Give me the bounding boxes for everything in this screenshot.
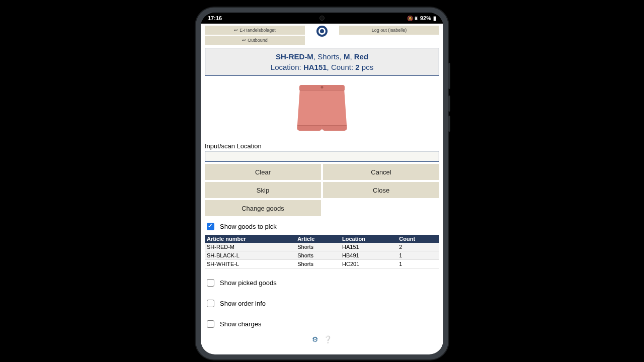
show-picked-goods-row[interactable]: Show picked goods bbox=[205, 278, 439, 288]
gear-icon[interactable]: ⚙ bbox=[312, 335, 318, 343]
item-photo bbox=[205, 82, 439, 137]
item-location-line: Location: HA151, Count: 2 pcs bbox=[208, 63, 436, 71]
table-row[interactable]: SH-BLACK-LShortsHB4911 bbox=[205, 251, 439, 260]
device-volume-down bbox=[448, 116, 450, 132]
show-order-info-row[interactable]: Show order info bbox=[205, 298, 439, 309]
col-count: Count bbox=[397, 235, 439, 243]
show-charges-checkbox[interactable] bbox=[207, 320, 214, 328]
show-order-info-checkbox[interactable] bbox=[207, 300, 214, 307]
help-icon[interactable]: ❔ bbox=[324, 335, 332, 343]
logout-button[interactable]: Log out (Isabelle) bbox=[339, 26, 439, 35]
table-row[interactable]: SH-RED-MShortsHA1512 bbox=[205, 243, 439, 251]
scan-input-label: Input/scan Location bbox=[205, 142, 439, 150]
close-button[interactable]: Close bbox=[323, 182, 439, 198]
scan-location-input[interactable] bbox=[205, 151, 439, 162]
item-title-line: SH-RED-M, Shorts, M, Red bbox=[208, 52, 436, 61]
skip-button[interactable]: Skip bbox=[205, 182, 321, 198]
statusbar-battery: 92% bbox=[420, 15, 431, 21]
wifi-icon: ⩰ bbox=[415, 15, 418, 21]
device-volume-up bbox=[448, 96, 450, 112]
show-goods-to-pick-checkbox[interactable] bbox=[207, 223, 214, 230]
breadcrumb-section[interactable]: Outbound bbox=[205, 36, 305, 45]
col-article-number: Article number bbox=[205, 235, 295, 243]
show-goods-to-pick-row[interactable]: Show goods to pick bbox=[205, 221, 439, 232]
breadcrumb-company[interactable]: E-Handelsbolaget bbox=[205, 26, 305, 35]
battery-icon: ▮ bbox=[433, 15, 436, 22]
mute-icon: 🔕 bbox=[407, 16, 413, 21]
cancel-button[interactable]: Cancel bbox=[323, 164, 439, 180]
device-camera bbox=[319, 16, 325, 21]
item-summary-panel: SH-RED-M, Shorts, M, Red Location: HA151… bbox=[205, 48, 439, 76]
change-goods-button[interactable]: Change goods bbox=[205, 200, 321, 216]
statusbar-time: 17:16 bbox=[208, 15, 222, 21]
col-article: Article bbox=[295, 235, 340, 243]
show-charges-row[interactable]: Show charges bbox=[205, 319, 439, 329]
tablet-device-frame: 17:16 🔕 ⩰ 92% ▮ E-Handelsbolaget Outboun… bbox=[196, 8, 448, 359]
clear-button[interactable]: Clear bbox=[205, 164, 321, 180]
col-location: Location bbox=[340, 235, 397, 243]
device-power-button bbox=[448, 63, 450, 89]
table-row[interactable]: SH-WHITE-LShortsHC2011 bbox=[205, 260, 439, 268]
app-logo-icon bbox=[316, 26, 328, 37]
goods-table: Article number Article Location Count SH… bbox=[205, 235, 439, 268]
show-picked-goods-checkbox[interactable] bbox=[207, 279, 214, 287]
